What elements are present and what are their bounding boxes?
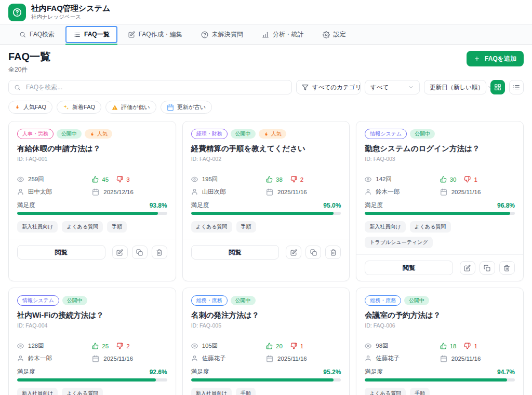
tab-label: 未解決質問 <box>212 30 243 39</box>
edit-button[interactable] <box>286 246 301 259</box>
eye-icon <box>365 176 371 183</box>
edit-icon <box>116 249 123 256</box>
copy-icon <box>310 249 317 256</box>
category-filter-dropdown[interactable]: すべてのカテゴリ <box>296 80 361 94</box>
copy-button[interactable] <box>480 261 495 275</box>
calendar-icon <box>266 355 273 362</box>
quick-filter-new-faq[interactable]: 新着FAQ <box>57 101 101 114</box>
tab-faq-edit[interactable]: FAQ作成・編集 <box>121 26 190 43</box>
tab-faq-list[interactable]: FAQ一覧 <box>65 26 117 43</box>
edit-button[interactable] <box>460 261 475 275</box>
dislikes: 1 <box>464 343 477 349</box>
search-box[interactable] <box>8 80 292 94</box>
thumbs-up-icon <box>440 343 447 349</box>
flame-icon <box>263 131 269 137</box>
edit-icon <box>464 265 471 271</box>
calendar-icon <box>92 188 99 196</box>
flame-icon <box>263 131 269 137</box>
thumbs-up-icon <box>266 343 273 349</box>
tab-label: FAQ検索 <box>30 30 55 39</box>
grid-view-button[interactable] <box>490 80 505 94</box>
trash-icon <box>503 265 510 271</box>
tab-faq-search[interactable]: FAQ検索 <box>11 26 62 43</box>
likes-value: 38 <box>276 176 283 183</box>
view-button[interactable]: 閲覧 <box>365 261 453 275</box>
eye-icon <box>365 343 371 349</box>
sparkles-icon <box>63 104 69 111</box>
view-count: 259回 <box>17 175 92 183</box>
likes-value: 18 <box>450 343 457 349</box>
delete-button[interactable] <box>325 246 341 259</box>
view-button[interactable]: 閲覧 <box>191 245 280 260</box>
tab-settings[interactable]: 設定 <box>315 26 354 43</box>
delete-button[interactable] <box>152 246 167 259</box>
author: 鈴木一郎 <box>17 355 92 362</box>
tab-label: 分析・統計 <box>273 30 304 39</box>
view-count-value: 259回 <box>28 175 44 183</box>
status-filter-dropdown[interactable]: すべて <box>365 80 420 94</box>
tag-chip: トラブルシューティング <box>365 237 432 248</box>
thumbs-down-icon <box>116 343 123 349</box>
dislikes: 3 <box>116 176 129 183</box>
delete-button[interactable] <box>499 261 515 275</box>
dislikes-value: 1 <box>300 343 303 349</box>
faq-card: 経理・財務 公開中 人気 経費精算の手順を教えてください ID: FAQ-002… <box>182 121 350 281</box>
search-input[interactable] <box>25 83 286 91</box>
add-faq-button[interactable]: FAQを追加 <box>467 51 524 66</box>
chip-label: 新着FAQ <box>72 103 95 111</box>
faq-title: 経費精算の手順を教えてください <box>191 144 341 154</box>
view-count-value: 105回 <box>202 342 218 350</box>
list-icon <box>73 31 81 38</box>
tab-analytics[interactable]: 分析・統計 <box>254 26 312 43</box>
status-badge: 公開中 <box>62 296 87 305</box>
thumbs-up-icon <box>92 343 99 349</box>
toolbar: すべてのカテゴリ すべて 更新日（新しい順） <box>8 80 524 94</box>
help-circle-icon <box>201 31 208 38</box>
satisfaction-bar <box>365 378 515 382</box>
thumbs-up-icon <box>92 176 99 183</box>
user-icon <box>191 355 198 362</box>
thumbs-up-icon <box>266 343 273 349</box>
trash-icon <box>156 249 163 256</box>
quick-filter-low-rating[interactable]: 評価が低い <box>105 101 156 114</box>
updated-date: 2025/11/16 <box>440 355 515 362</box>
calendar-icon <box>167 104 174 111</box>
tab-unresolved[interactable]: 未解決質問 <box>193 26 251 43</box>
thumbs-down-icon <box>290 176 297 183</box>
edit-button[interactable] <box>112 246 128 259</box>
eye-icon <box>191 176 198 183</box>
dislikes: 1 <box>464 176 477 183</box>
quick-filter-outdated[interactable]: 更新が古い <box>161 101 212 114</box>
calendar-icon <box>440 355 447 362</box>
view-button[interactable]: 閲覧 <box>17 245 105 260</box>
tag-list: 新入社員向けよくある質問 <box>17 388 167 395</box>
author-value: 鈴木一郎 <box>28 355 52 362</box>
copy-button[interactable] <box>305 246 321 259</box>
sort-filter-dropdown[interactable]: 更新日（新しい順） <box>424 80 486 94</box>
main-nav: FAQ検索 FAQ一覧 FAQ作成・編集 未解決質問 分析・統計 設定 <box>0 25 532 45</box>
flame-icon <box>15 104 20 110</box>
edit-icon <box>116 249 123 256</box>
list-view-button[interactable] <box>509 80 524 94</box>
satisfaction-bar <box>17 212 167 215</box>
faq-card: 人事・労務 公開中 人気 有給休暇の申請方法は？ ID: FAQ-001 259… <box>8 121 176 281</box>
author: 山田次郎 <box>191 188 266 196</box>
tag-chip: 手順 <box>236 221 256 233</box>
category-badge: 総務・庶務 <box>365 295 401 306</box>
sparkles-icon <box>63 104 69 111</box>
tab-label: FAQ作成・編集 <box>139 30 182 39</box>
edit-icon <box>290 249 297 256</box>
dislikes: 2 <box>116 343 129 349</box>
satisfaction-bar <box>191 212 341 215</box>
quick-filter-popular-faq[interactable]: 人気FAQ <box>8 101 52 114</box>
dislikes-value: 1 <box>474 176 477 183</box>
view-count: 105回 <box>191 342 266 350</box>
bar-chart-icon <box>262 31 269 38</box>
trash-icon <box>330 249 337 256</box>
copy-button[interactable] <box>132 246 148 259</box>
status-filter-value: すべて <box>370 84 404 91</box>
thumbs-down-icon <box>290 343 297 349</box>
tag-chip: 手順 <box>410 388 430 395</box>
view-count-value: 142回 <box>376 175 392 183</box>
author-value: 鈴木一郎 <box>376 188 400 196</box>
